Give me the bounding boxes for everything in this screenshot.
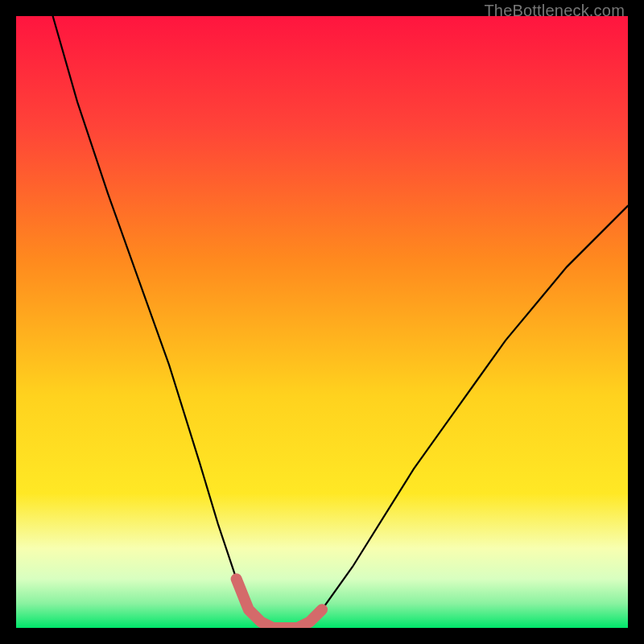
watermark-text: TheBottleneck.com [484,2,625,20]
plot-area [16,16,628,628]
chart-svg [16,16,628,628]
gradient-background [16,16,628,628]
chart-frame: TheBottleneck.com [0,0,644,644]
